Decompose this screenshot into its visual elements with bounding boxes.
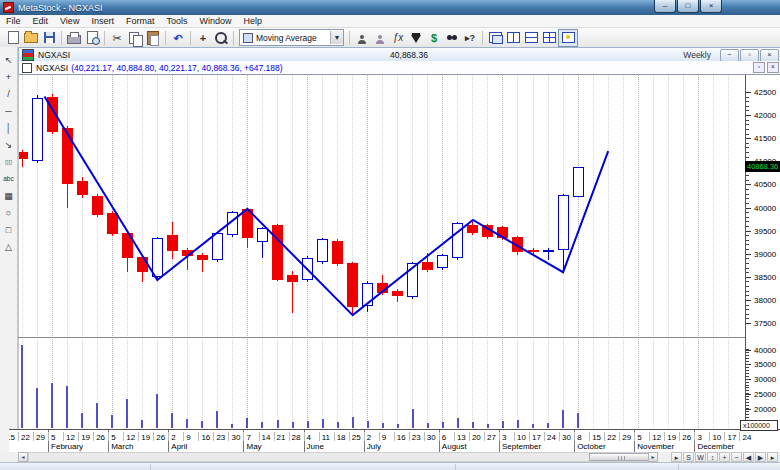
volume-bar [36, 388, 38, 428]
chart-restore-button[interactable]: ▫ [740, 49, 759, 62]
scroll-step-right-button[interactable]: ▸ [671, 452, 682, 462]
volume-bar [352, 417, 354, 428]
zoom-out-button[interactable]: − [731, 452, 742, 462]
volume-bar [216, 411, 218, 428]
date-tick [739, 432, 740, 441]
pointer-tool-button[interactable]: ↖ [2, 51, 16, 68]
expert-advisor-button[interactable] [353, 30, 371, 46]
vertical-zoom-button[interactable]: ↕ [707, 452, 718, 462]
price-axis-label: 37500 [754, 319, 776, 328]
pane-divider[interactable] [18, 337, 745, 338]
page-left-button[interactable]: ◀ [743, 452, 754, 462]
volume-bar [81, 413, 83, 428]
dropdown-arrow-icon[interactable]: ▼ [330, 31, 343, 44]
zoom-button[interactable] [212, 30, 230, 46]
volume-bar [171, 413, 173, 428]
date-tick [334, 432, 335, 441]
tile-grid-button[interactable] [540, 30, 558, 46]
date-label: 16 [201, 433, 210, 442]
candle-jun-4 [302, 258, 313, 280]
undo-button[interactable]: ↶ [169, 30, 187, 46]
scale-s-button[interactable]: S [683, 452, 694, 462]
system-tester-button[interactable] [407, 30, 425, 46]
axis-tick [746, 138, 751, 139]
downloader-button[interactable]: $ [425, 30, 443, 46]
triangle-tool-button[interactable]: △ [2, 238, 16, 255]
chart-header[interactable]: NGXASI (40,221.17, 40,884.80, 40,221.17,… [18, 61, 780, 75]
candle-may-21 [272, 225, 283, 280]
binoculars-icon [447, 35, 452, 40]
window-minimize-button[interactable]: – [654, 0, 676, 13]
date-label: 26 [96, 433, 105, 442]
date-label: 9 [186, 433, 190, 442]
axis-tick [746, 323, 751, 324]
menu-view[interactable]: View [54, 16, 85, 26]
candle-jul-30 [422, 262, 433, 270]
window-close-button[interactable]: × [700, 0, 722, 13]
explorer-button[interactable] [371, 30, 389, 46]
new-button[interactable] [4, 30, 22, 46]
rectangle-tool-button[interactable]: □ [2, 221, 16, 238]
chart-window-symbol: NGXASI [38, 50, 70, 60]
indicator-dropdown[interactable]: Moving Average ▼ [239, 29, 344, 46]
zigzag-indicator-line[interactable] [45, 97, 609, 316]
axis-tick [746, 184, 751, 185]
volume-bar [126, 399, 128, 428]
grid-tool-button[interactable]: ▦ [2, 187, 16, 204]
menu-edit[interactable]: Edit [27, 16, 55, 26]
print-button[interactable] [65, 30, 83, 46]
trendline-tool-button[interactable]: / [2, 85, 16, 102]
scrollbar-track[interactable] [28, 452, 648, 462]
horizontal-line-tool-button[interactable]: ─ [2, 102, 16, 119]
date-tick [63, 432, 64, 441]
pointer-move-button[interactable]: + [194, 30, 212, 46]
menu-insert[interactable]: Insert [85, 16, 120, 26]
menu-window[interactable]: Window [193, 16, 237, 26]
main-toolbar: ✂ ↶ + Moving Average ▼ ƒx $ ▸? [0, 28, 780, 48]
explore-search-button[interactable] [443, 30, 461, 46]
chart-close-button[interactable]: × [760, 49, 779, 62]
tile-grid-icon [543, 32, 556, 43]
arrow-tool-button[interactable]: ↘ [2, 136, 16, 153]
open-button[interactable] [22, 30, 40, 46]
window-maximize-button[interactable]: □ [677, 0, 699, 13]
scroll-left-arrow[interactable]: ◂ [18, 452, 28, 462]
indicator-builder-button[interactable]: ƒx [389, 30, 407, 46]
candle-sep-30 [558, 195, 569, 250]
price-axis[interactable]: 4250042000415004100040500400003950039000… [745, 75, 780, 429]
copy-button[interactable] [126, 30, 144, 46]
save-button[interactable] [40, 30, 58, 46]
text-tool-button[interactable]: abc [2, 170, 16, 187]
menu-file[interactable]: File [0, 16, 27, 26]
print-preview-button[interactable] [83, 30, 101, 46]
vertical-line-tool-button[interactable]: │ [2, 119, 16, 136]
text-tool-icon: abc [3, 175, 13, 182]
inner-restore-button[interactable]: ▫ [753, 62, 765, 73]
tile-horizontal-button[interactable] [522, 30, 540, 46]
inner-close-button[interactable]: × [767, 62, 779, 73]
tile-vertical-button[interactable] [504, 30, 522, 46]
scrollbar-thumb[interactable] [589, 453, 655, 461]
date-axis[interactable]: 152229February5121926March5121926April29… [9, 429, 780, 453]
context-help-button[interactable]: ▸? [461, 30, 479, 46]
tile-horizontal-icon [525, 32, 538, 43]
scale-w-button[interactable]: W [695, 452, 706, 462]
menu-help[interactable]: Help [237, 16, 268, 26]
zoom-in-button[interactable]: + [719, 452, 730, 462]
chart-plot-area[interactable] [18, 75, 746, 429]
volume-multiplier-box: x100000 [740, 420, 778, 431]
ellipse-tool-button[interactable]: ○ [2, 204, 16, 221]
chart-minimize-button[interactable]: − [720, 49, 739, 62]
active-chart-button[interactable] [558, 29, 578, 47]
paste-button[interactable] [144, 30, 162, 46]
end-button[interactable]: ▸ [767, 452, 778, 462]
scroll-right-arrow[interactable]: ▸ [648, 452, 658, 462]
order-tool-button[interactable]: ▯▯ [2, 153, 16, 170]
cascade-windows-button[interactable] [486, 30, 504, 46]
menu-format[interactable]: Format [120, 16, 161, 26]
page-right-button[interactable]: ▶ [755, 452, 766, 462]
date-label: 12 [66, 433, 75, 442]
menu-tools[interactable]: Tools [160, 16, 193, 26]
cut-button[interactable]: ✂ [108, 30, 126, 46]
crosshair-tool-button[interactable]: + [2, 68, 16, 85]
